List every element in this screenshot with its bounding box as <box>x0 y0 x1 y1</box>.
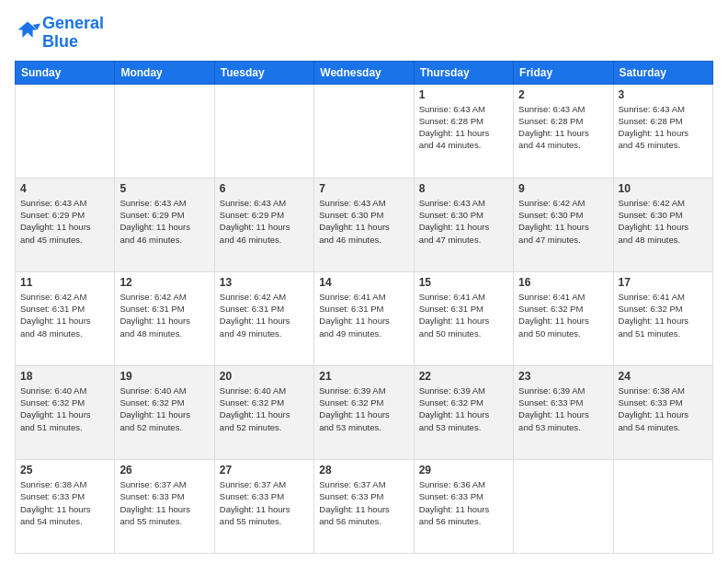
day-info: Sunrise: 6:41 AM Sunset: 6:32 PM Dayligh… <box>518 291 608 339</box>
day-info: Sunrise: 6:38 AM Sunset: 6:33 PM Dayligh… <box>619 385 708 433</box>
day-info: Sunrise: 6:39 AM Sunset: 6:32 PM Dayligh… <box>419 385 508 433</box>
day-number: 13 <box>220 276 309 289</box>
day-number: 4 <box>20 182 109 195</box>
calendar-cell: 19Sunrise: 6:40 AM Sunset: 6:32 PM Dayli… <box>115 365 214 459</box>
day-number: 16 <box>518 276 608 289</box>
day-number: 18 <box>20 370 109 383</box>
day-number: 9 <box>518 182 608 195</box>
calendar-cell: 6Sunrise: 6:43 AM Sunset: 6:29 PM Daylig… <box>214 178 313 271</box>
logo: GeneralBlue <box>15 15 104 52</box>
weekday-header-sunday: Sunday <box>16 61 115 84</box>
day-number: 2 <box>518 88 608 101</box>
calendar-cell: 17Sunrise: 6:41 AM Sunset: 6:32 PM Dayli… <box>613 271 712 365</box>
calendar-cell <box>214 84 313 178</box>
calendar-cell: 29Sunrise: 6:36 AM Sunset: 6:33 PM Dayli… <box>414 459 513 553</box>
day-info: Sunrise: 6:42 AM Sunset: 6:30 PM Dayligh… <box>518 197 608 246</box>
day-number: 26 <box>119 464 209 477</box>
calendar-cell <box>16 84 115 178</box>
day-number: 29 <box>419 464 508 477</box>
calendar-cell: 2Sunrise: 6:43 AM Sunset: 6:28 PM Daylig… <box>514 84 613 178</box>
calendar-cell: 21Sunrise: 6:39 AM Sunset: 6:32 PM Dayli… <box>314 365 414 459</box>
day-number: 11 <box>20 276 109 289</box>
calendar-cell: 16Sunrise: 6:41 AM Sunset: 6:32 PM Dayli… <box>514 271 613 365</box>
day-number: 3 <box>619 88 708 101</box>
logo-bird-icon <box>15 18 40 44</box>
weekday-header-saturday: Saturday <box>613 61 712 84</box>
weekday-header-wednesday: Wednesday <box>314 61 414 84</box>
calendar-cell: 8Sunrise: 6:43 AM Sunset: 6:30 PM Daylig… <box>414 178 513 271</box>
weekday-header-friday: Friday <box>514 61 613 84</box>
calendar-cell: 15Sunrise: 6:41 AM Sunset: 6:31 PM Dayli… <box>414 271 513 365</box>
day-info: Sunrise: 6:38 AM Sunset: 6:33 PM Dayligh… <box>20 478 109 527</box>
calendar-cell: 28Sunrise: 6:37 AM Sunset: 6:33 PM Dayli… <box>314 459 414 553</box>
day-info: Sunrise: 6:40 AM Sunset: 6:32 PM Dayligh… <box>119 385 209 433</box>
day-number: 28 <box>319 464 408 477</box>
weekday-header-tuesday: Tuesday <box>214 61 313 84</box>
calendar-cell: 10Sunrise: 6:42 AM Sunset: 6:30 PM Dayli… <box>613 178 712 271</box>
calendar-cell: 4Sunrise: 6:43 AM Sunset: 6:29 PM Daylig… <box>16 178 115 271</box>
day-number: 25 <box>20 464 109 477</box>
calendar-cell: 11Sunrise: 6:42 AM Sunset: 6:31 PM Dayli… <box>16 271 115 365</box>
day-number: 21 <box>319 370 408 383</box>
day-info: Sunrise: 6:42 AM Sunset: 6:30 PM Dayligh… <box>619 197 708 246</box>
calendar-cell <box>115 84 214 178</box>
day-number: 5 <box>119 182 209 195</box>
day-info: Sunrise: 6:42 AM Sunset: 6:31 PM Dayligh… <box>220 291 309 339</box>
calendar-header-row: SundayMondayTuesdayWednesdayThursdayFrid… <box>16 61 713 84</box>
day-info: Sunrise: 6:37 AM Sunset: 6:33 PM Dayligh… <box>319 478 408 527</box>
calendar-cell: 23Sunrise: 6:39 AM Sunset: 6:33 PM Dayli… <box>514 365 613 459</box>
day-info: Sunrise: 6:39 AM Sunset: 6:33 PM Dayligh… <box>518 385 608 433</box>
day-info: Sunrise: 6:40 AM Sunset: 6:32 PM Dayligh… <box>20 385 109 433</box>
day-info: Sunrise: 6:43 AM Sunset: 6:29 PM Dayligh… <box>119 197 209 246</box>
day-info: Sunrise: 6:40 AM Sunset: 6:32 PM Dayligh… <box>220 385 309 433</box>
day-info: Sunrise: 6:43 AM Sunset: 6:29 PM Dayligh… <box>20 197 109 246</box>
calendar-cell: 26Sunrise: 6:37 AM Sunset: 6:33 PM Dayli… <box>115 459 214 553</box>
day-number: 17 <box>619 276 708 289</box>
day-info: Sunrise: 6:39 AM Sunset: 6:32 PM Dayligh… <box>319 385 408 433</box>
day-info: Sunrise: 6:43 AM Sunset: 6:28 PM Dayligh… <box>419 103 508 152</box>
day-number: 7 <box>319 182 408 195</box>
calendar-week-row: 4Sunrise: 6:43 AM Sunset: 6:29 PM Daylig… <box>16 178 713 271</box>
calendar-week-row: 25Sunrise: 6:38 AM Sunset: 6:33 PM Dayli… <box>16 459 713 553</box>
svg-marker-0 <box>18 21 38 38</box>
calendar-cell: 12Sunrise: 6:42 AM Sunset: 6:31 PM Dayli… <box>115 271 214 365</box>
calendar-cell: 3Sunrise: 6:43 AM Sunset: 6:28 PM Daylig… <box>613 84 712 178</box>
header: GeneralBlue <box>15 15 713 52</box>
day-number: 10 <box>619 182 708 195</box>
day-info: Sunrise: 6:36 AM Sunset: 6:33 PM Dayligh… <box>419 478 508 527</box>
day-info: Sunrise: 6:43 AM Sunset: 6:28 PM Dayligh… <box>619 103 708 152</box>
day-info: Sunrise: 6:43 AM Sunset: 6:28 PM Dayligh… <box>518 103 608 152</box>
day-info: Sunrise: 6:43 AM Sunset: 6:30 PM Dayligh… <box>419 197 508 246</box>
day-info: Sunrise: 6:42 AM Sunset: 6:31 PM Dayligh… <box>119 291 209 339</box>
calendar-cell: 27Sunrise: 6:37 AM Sunset: 6:33 PM Dayli… <box>214 459 313 553</box>
calendar-cell: 22Sunrise: 6:39 AM Sunset: 6:32 PM Dayli… <box>414 365 513 459</box>
weekday-header-monday: Monday <box>115 61 214 84</box>
calendar-cell: 1Sunrise: 6:43 AM Sunset: 6:28 PM Daylig… <box>414 84 513 178</box>
day-info: Sunrise: 6:43 AM Sunset: 6:29 PM Dayligh… <box>220 197 309 246</box>
calendar-cell: 13Sunrise: 6:42 AM Sunset: 6:31 PM Dayli… <box>214 271 313 365</box>
day-number: 27 <box>220 464 309 477</box>
day-number: 20 <box>220 370 309 383</box>
page: GeneralBlue SundayMondayTuesdayWednesday… <box>0 0 728 563</box>
day-number: 14 <box>319 276 408 289</box>
day-number: 22 <box>419 370 508 383</box>
day-info: Sunrise: 6:41 AM Sunset: 6:31 PM Dayligh… <box>319 291 408 339</box>
day-info: Sunrise: 6:41 AM Sunset: 6:31 PM Dayligh… <box>419 291 508 339</box>
calendar-cell <box>613 459 712 553</box>
day-info: Sunrise: 6:37 AM Sunset: 6:33 PM Dayligh… <box>119 478 209 527</box>
calendar-week-row: 18Sunrise: 6:40 AM Sunset: 6:32 PM Dayli… <box>16 365 713 459</box>
calendar-cell: 7Sunrise: 6:43 AM Sunset: 6:30 PM Daylig… <box>314 178 414 271</box>
calendar-cell <box>514 459 613 553</box>
day-number: 15 <box>419 276 508 289</box>
calendar-cell: 24Sunrise: 6:38 AM Sunset: 6:33 PM Dayli… <box>613 365 712 459</box>
day-info: Sunrise: 6:41 AM Sunset: 6:32 PM Dayligh… <box>619 291 708 339</box>
day-info: Sunrise: 6:42 AM Sunset: 6:31 PM Dayligh… <box>20 291 109 339</box>
calendar-table: SundayMondayTuesdayWednesdayThursdayFrid… <box>15 61 713 554</box>
weekday-header-thursday: Thursday <box>414 61 513 84</box>
day-info: Sunrise: 6:37 AM Sunset: 6:33 PM Dayligh… <box>220 478 309 527</box>
day-number: 23 <box>518 370 608 383</box>
day-number: 19 <box>119 370 209 383</box>
calendar-cell: 18Sunrise: 6:40 AM Sunset: 6:32 PM Dayli… <box>16 365 115 459</box>
calendar-cell: 14Sunrise: 6:41 AM Sunset: 6:31 PM Dayli… <box>314 271 414 365</box>
calendar-week-row: 11Sunrise: 6:42 AM Sunset: 6:31 PM Dayli… <box>16 271 713 365</box>
